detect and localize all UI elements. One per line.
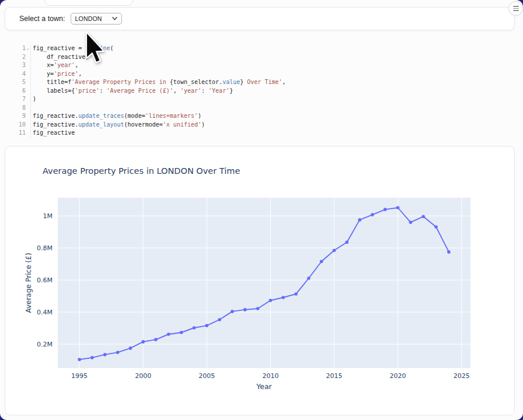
- data-point-marker: [116, 351, 120, 354]
- code-line[interactable]: 6 labels={'price': 'Average Price (£)', …: [12, 87, 512, 96]
- chart-card: Average Property Prices in LONDON Over T…: [5, 146, 515, 415]
- line-number: 11: [12, 129, 26, 138]
- town-select-value: LONDON: [75, 15, 102, 22]
- plotly-line-chart[interactable]: Average Property Prices in LONDON Over T…: [5, 146, 515, 415]
- notebook-menu-button[interactable]: [508, 1, 523, 16]
- code-text: ): [30, 95, 512, 104]
- code-text: fig_reactive.update_layout(hovermode='x …: [30, 121, 512, 130]
- data-point-marker: [243, 308, 247, 312]
- code-line[interactable]: 1⌄fig_reactive = px.line(: [12, 44, 512, 53]
- data-point-marker: [434, 225, 438, 229]
- data-point-marker: [333, 249, 336, 252]
- code-line[interactable]: 11fig_reactive: [12, 129, 512, 138]
- data-point-marker: [409, 220, 413, 224]
- code-text: fig_reactive.update_traces(mode='lines+m…: [30, 112, 512, 121]
- hamburger-icon: [513, 6, 519, 11]
- y-tick-label: 1M: [43, 212, 53, 220]
- data-point-marker: [422, 215, 426, 218]
- data-point-marker: [256, 307, 260, 310]
- data-point-marker: [346, 240, 349, 244]
- code-editor[interactable]: 1⌄fig_reactive = px.line(2 df_reactive,3…: [12, 44, 512, 138]
- line-number: 10: [12, 121, 26, 130]
- toolbar-fragment: [44, 0, 133, 6]
- town-selector-card: Select a town: LONDON: [5, 7, 515, 30]
- y-axis-title: Average Price (£): [25, 253, 33, 313]
- data-point-marker: [154, 338, 158, 341]
- x-tick-label: 2010: [262, 372, 278, 380]
- town-selector-label: Select a town:: [19, 15, 65, 23]
- line-number: 6: [12, 87, 26, 96]
- data-point-marker: [205, 324, 209, 327]
- x-tick-label: 2000: [135, 372, 151, 380]
- code-line[interactable]: 10fig_reactive.update_layout(hovermode='…: [12, 121, 512, 130]
- chevron-down-icon: [112, 17, 117, 20]
- code-line[interactable]: 9fig_reactive.update_traces(mode='lines+…: [12, 112, 512, 121]
- data-point-marker: [447, 250, 451, 254]
- data-point-marker: [141, 340, 145, 344]
- data-point-marker: [231, 310, 234, 313]
- chart-title: Average Property Prices in LONDON Over T…: [43, 166, 240, 176]
- code-text: labels={'price': 'Average Price (£)', 'y…: [30, 87, 512, 96]
- code-line[interactable]: 2 df_reactive,: [12, 53, 512, 62]
- line-number: 3: [12, 61, 26, 70]
- x-tick-label: 1995: [71, 372, 88, 380]
- y-tick-label: 0.4M: [37, 309, 53, 316]
- line-number: 4: [12, 70, 26, 79]
- line-number: 2: [12, 53, 26, 62]
- code-text: title=f'Average Property Prices in {town…: [30, 78, 512, 87]
- data-point-marker: [294, 292, 298, 296]
- code-text: [30, 104, 512, 113]
- data-point-marker: [320, 260, 323, 263]
- data-point-marker: [383, 208, 387, 211]
- code-line[interactable]: 7): [12, 95, 512, 104]
- data-point-marker: [193, 326, 196, 330]
- line-number: 8: [12, 104, 26, 113]
- code-text: df_reactive,: [30, 53, 512, 62]
- app-frame: Select a town: LONDON 1⌄fig_reactive = p…: [0, 0, 523, 420]
- x-tick-label: 2025: [454, 372, 470, 380]
- line-number: 1: [12, 44, 26, 53]
- data-point-marker: [269, 299, 273, 302]
- data-point-marker: [78, 358, 81, 361]
- data-point-marker: [129, 346, 133, 350]
- data-point-marker: [358, 218, 361, 222]
- data-point-marker: [90, 356, 94, 359]
- data-point-marker: [307, 276, 311, 280]
- y-tick-label: 0.8M: [37, 244, 53, 252]
- code-text: fig_reactive = px.line(: [30, 44, 512, 53]
- x-tick-label: 2005: [198, 372, 215, 380]
- data-point-marker: [103, 353, 107, 356]
- code-line[interactable]: 5 title=f'Average Property Prices in {to…: [12, 78, 512, 87]
- x-tick-label: 2020: [390, 372, 406, 380]
- code-line[interactable]: 8: [12, 104, 512, 113]
- fold-arrow-icon[interactable]: ⌄: [26, 44, 30, 53]
- town-select-dropdown[interactable]: LONDON: [71, 13, 122, 24]
- code-text: x='year',: [30, 61, 512, 70]
- code-line[interactable]: 3 x='year',: [12, 61, 512, 70]
- data-point-marker: [281, 296, 285, 299]
- code-line[interactable]: 4 y='price',: [12, 70, 512, 79]
- data-point-marker: [396, 206, 400, 209]
- data-point-marker: [371, 213, 374, 216]
- data-point-marker: [180, 331, 183, 334]
- line-number: 7: [12, 95, 26, 104]
- line-number: 5: [12, 78, 26, 87]
- data-point-marker: [218, 318, 221, 321]
- code-text: y='price',: [30, 70, 512, 79]
- data-point-marker: [167, 332, 170, 336]
- x-axis-title: Year: [256, 382, 272, 391]
- y-tick-label: 0.6M: [37, 276, 53, 284]
- x-tick-label: 2015: [326, 372, 343, 380]
- line-number: 9: [12, 112, 26, 121]
- code-text: fig_reactive: [30, 129, 512, 138]
- y-tick-label: 0.2M: [37, 341, 53, 348]
- plot-area: [58, 198, 470, 368]
